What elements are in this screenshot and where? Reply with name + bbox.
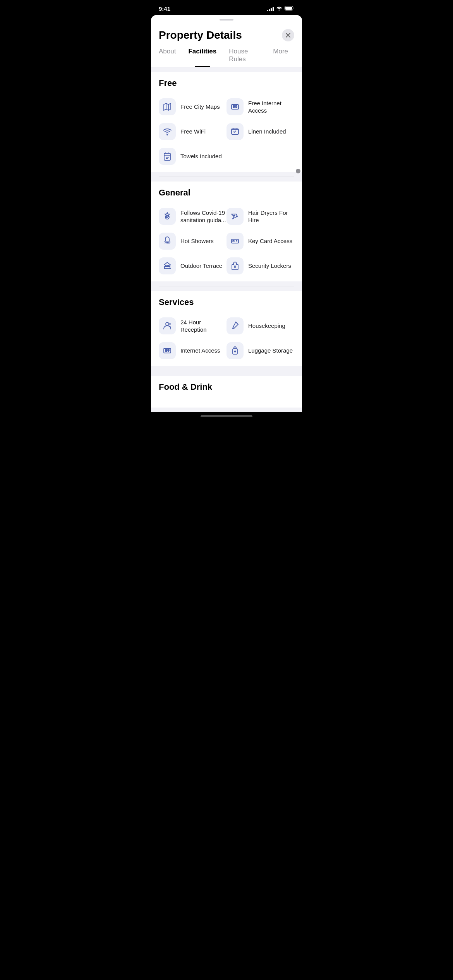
terrace-icon-bg <box>159 257 176 274</box>
facility-reception-label: 24 Hour Reception <box>180 319 226 334</box>
facility-security-lockers: Security Lockers <box>226 254 294 278</box>
keycard-icon-bg <box>226 233 244 250</box>
facility-key-card-label: Key Card Access <box>248 237 292 245</box>
luggage-icon-bg <box>226 342 244 359</box>
facility-covid: Follows Covid-19 sanitation guida... <box>159 204 226 229</box>
svg-point-13 <box>169 323 171 325</box>
section-services-title: Services <box>159 297 294 307</box>
close-button[interactable] <box>282 29 294 41</box>
facility-linen-label: Linen Included <box>248 128 286 135</box>
facility-free-wifi: Free WiFi <box>159 119 226 144</box>
home-bar <box>201 415 252 417</box>
facility-internet-access-label: Internet Access <box>180 347 220 355</box>
internet-icon-bg <box>226 98 244 115</box>
facility-key-card: Key Card Access <box>226 229 294 254</box>
section-divider-1 <box>159 176 294 177</box>
home-indicator <box>151 412 302 420</box>
services-facilities-grid: 24 Hour Reception Housekeeping <box>159 314 294 363</box>
phone-frame: 9:41 <box>151 0 302 420</box>
facility-internet-access: Internet Access <box>159 338 226 363</box>
facility-luggage-storage: Luggage Storage <box>226 338 294 363</box>
sheet-header: Property Details <box>151 24 302 41</box>
facility-free-city-maps: Free City Maps <box>159 94 226 119</box>
housekeeping-icon-bg <box>226 317 244 334</box>
section-general-title: General <box>159 188 294 198</box>
svg-point-5 <box>167 134 168 135</box>
bottom-sheet: Property Details About Facilities House … <box>151 15 302 412</box>
facility-hot-showers-label: Hot Showers <box>180 237 214 245</box>
facility-housekeeping: Housekeeping <box>226 314 294 338</box>
page-title: Property Details <box>159 29 242 41</box>
svg-rect-14 <box>164 348 171 353</box>
section-food-drink: Food & Drink <box>151 376 302 408</box>
facility-hair-dryers-label: Hair Dryers For Hire <box>248 209 294 224</box>
svg-rect-3 <box>233 106 235 107</box>
content-area: Free Free City Maps <box>151 72 302 408</box>
tab-bar: About Facilities House Rules More <box>151 41 302 67</box>
facility-luggage-storage-label: Luggage Storage <box>248 347 293 355</box>
hairdryer-icon-bg <box>226 208 244 225</box>
svg-rect-15 <box>165 350 167 351</box>
facility-reception: 24 Hour Reception <box>159 314 226 338</box>
section-food-drink-title: Food & Drink <box>159 382 294 392</box>
svg-point-8 <box>234 215 235 216</box>
scroll-indicator <box>296 169 300 173</box>
linen-icon-bg <box>226 123 244 140</box>
facility-free-city-maps-label: Free City Maps <box>180 103 220 111</box>
facility-hair-dryers: Hair Dryers For Hire <box>226 204 294 229</box>
svg-point-11 <box>234 266 236 267</box>
covid-icon-bg <box>159 208 176 225</box>
map-icon-bg <box>159 98 176 115</box>
section-divider-3 <box>159 371 294 371</box>
svg-rect-6 <box>164 153 170 160</box>
section-divider-2 <box>159 286 294 286</box>
facility-covid-label: Follows Covid-19 sanitation guida... <box>180 209 226 224</box>
section-services: Services 24 Hour Reception <box>151 291 302 366</box>
battery-icon <box>285 6 294 12</box>
facility-outdoor-terrace: Outdoor Terrace <box>159 254 226 278</box>
free-facilities-grid: Free City Maps Free Internet Access <box>159 94 294 169</box>
towels-icon-bg <box>159 148 176 165</box>
reception-icon-bg <box>159 317 176 334</box>
facility-linen-included: Linen Included <box>226 119 294 144</box>
section-general: General Follows Covid-19 sanitation guid… <box>151 182 302 281</box>
facility-towels-included: Towels Included <box>159 144 226 169</box>
tab-more[interactable]: More <box>267 45 294 67</box>
facility-hot-showers: Hot Showers <box>159 229 226 254</box>
section-free: Free Free City Maps <box>151 72 302 172</box>
tab-house-rules[interactable]: House Rules <box>223 45 267 67</box>
status-icons <box>267 6 294 12</box>
tab-about[interactable]: About <box>159 45 182 67</box>
shower-icon-bg <box>159 233 176 250</box>
drag-handle[interactable] <box>220 19 233 21</box>
status-time: 9:41 <box>159 5 170 12</box>
internet2-icon-bg <box>159 342 176 359</box>
status-bar: 9:41 <box>151 0 302 15</box>
facility-housekeeping-label: Housekeeping <box>248 322 285 330</box>
svg-point-10 <box>233 240 234 242</box>
tab-facilities[interactable]: Facilities <box>182 45 223 67</box>
facility-security-lockers-label: Security Lockers <box>248 262 291 270</box>
svg-point-12 <box>166 322 169 326</box>
svg-rect-2 <box>232 105 239 109</box>
svg-rect-4 <box>235 106 237 107</box>
signal-icon <box>267 7 274 11</box>
facility-free-internet-label: Free Internet Access <box>248 99 294 115</box>
svg-rect-16 <box>168 350 169 351</box>
wifi-status-icon <box>276 6 282 12</box>
general-facilities-grid: Follows Covid-19 sanitation guida... Hai… <box>159 204 294 278</box>
wifi-icon-bg <box>159 123 176 140</box>
locker-icon-bg <box>226 257 244 274</box>
sheet-handle-area <box>151 15 302 24</box>
facility-towels-label: Towels Included <box>180 152 222 160</box>
svg-rect-1 <box>285 7 292 10</box>
facility-free-internet: Free Internet Access <box>226 94 294 119</box>
facility-free-wifi-label: Free WiFi <box>180 128 206 135</box>
facility-outdoor-terrace-label: Outdoor Terrace <box>180 262 222 270</box>
section-free-title: Free <box>159 78 294 88</box>
